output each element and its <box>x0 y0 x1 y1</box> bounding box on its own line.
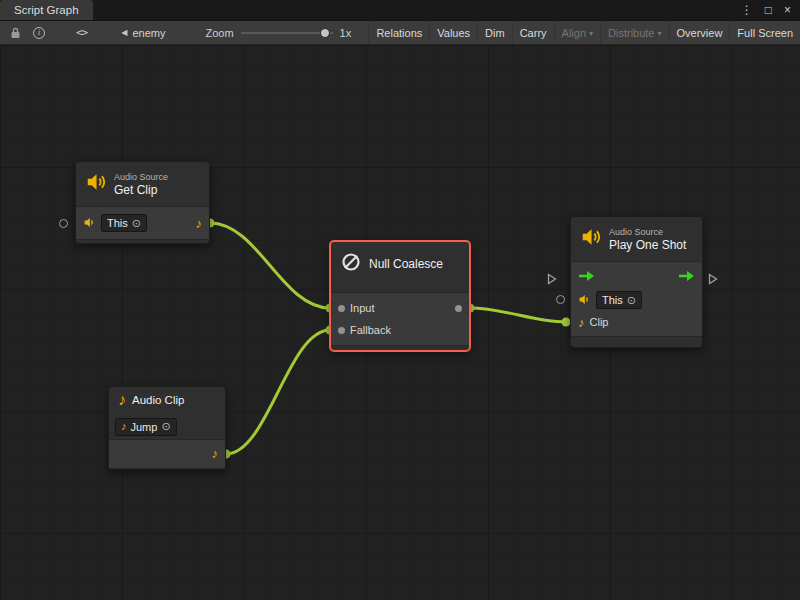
node-header: Audio Source Play One Shot <box>571 217 702 261</box>
distribute-button[interactable]: Distribute ▾ <box>600 21 668 44</box>
info-icon[interactable]: i <box>30 24 48 42</box>
result-output-port[interactable] <box>455 305 462 312</box>
node-title: Audio Clip <box>132 393 184 407</box>
audio-clip-output-icon[interactable]: ♪ <box>196 217 203 230</box>
graph-name: enemy <box>132 27 165 39</box>
graph-canvas[interactable]: Audio Source Get Clip This ⊙ <box>0 45 800 600</box>
object-picker-icon: ⊙ <box>161 421 170 432</box>
input-port[interactable] <box>338 305 345 312</box>
close-icon[interactable]: × <box>784 4 791 16</box>
object-picker-icon: ⊙ <box>627 295 636 306</box>
node-title: Null Coalesce <box>369 257 443 271</box>
audio-source-icon <box>580 226 602 252</box>
fallback-port-label: Fallback <box>350 324 391 336</box>
maximize-icon[interactable]: □ <box>765 4 772 16</box>
zoom-label: Zoom <box>205 27 233 39</box>
toolbar-buttons: Relations Values Dim Carry Align ▾ Distr… <box>368 21 800 44</box>
node-category: Audio Source <box>114 172 168 183</box>
audio-clip-icon: ♪ <box>118 392 126 408</box>
fullscreen-button[interactable]: Full Screen <box>729 21 800 44</box>
node-title: Play One Shot <box>609 238 686 252</box>
graph-toolbar: i <> ◀ enemy Zoom 1x Relations Values Di… <box>0 21 800 45</box>
zoom-value: 1x <box>340 27 352 39</box>
zoom-control: Zoom 1x <box>205 27 351 39</box>
node-category: Audio Source <box>609 227 686 238</box>
back-arrow-icon: ◀ <box>121 28 127 37</box>
target-input-port[interactable] <box>556 295 565 304</box>
target-input-port[interactable] <box>59 219 68 228</box>
node-title: Get Clip <box>114 183 168 197</box>
node-header: Audio Source Get Clip <box>76 162 209 206</box>
null-coalesce-icon <box>340 251 362 277</box>
flow-input-port[interactable] <box>547 271 557 289</box>
breadcrumb[interactable]: ◀ enemy <box>121 27 165 39</box>
values-button[interactable]: Values <box>429 21 477 44</box>
audio-clip-output-icon[interactable]: ♪ <box>212 447 219 460</box>
fallback-port[interactable] <box>338 327 345 334</box>
node-header: ♪ Audio Clip <box>109 387 225 413</box>
flow-output-port[interactable] <box>708 271 718 289</box>
tab-bar: Script Graph ⋮ □ × <box>0 0 800 21</box>
audio-source-icon <box>85 171 107 197</box>
flow-in-arrow-icon[interactable] <box>578 270 595 284</box>
overview-button[interactable]: Overview <box>669 21 730 44</box>
audio-clip-icon: ♪ <box>121 421 127 432</box>
input-port-label: Input <box>350 302 374 314</box>
more-menu-icon[interactable]: ⋮ <box>741 4 753 16</box>
carry-button[interactable]: Carry <box>512 21 554 44</box>
node-null-coalesce[interactable]: Null Coalesce Input Fallback <box>330 241 470 351</box>
wire-getclip-to-input[interactable] <box>210 223 330 308</box>
target-object-field[interactable]: This ⊙ <box>101 214 147 232</box>
node-audio-clip[interactable]: ♪ Audio Clip ♪ Jump ⊙ ♪ <box>108 386 226 470</box>
relations-button[interactable]: Relations <box>368 21 429 44</box>
zoom-slider-handle[interactable] <box>320 28 330 38</box>
caret-down-icon: ▾ <box>658 29 662 38</box>
audio-clip-object-field[interactable]: ♪ Jump ⊙ <box>115 418 177 436</box>
caret-down-icon: ▾ <box>589 29 593 38</box>
unity-script-graph-window: Script Graph ⋮ □ × i <> ◀ enemy Zoom <box>0 0 800 600</box>
lock-icon[interactable] <box>6 24 24 42</box>
zoom-slider-track <box>241 32 333 34</box>
code-view-icon[interactable]: <> <box>76 26 87 39</box>
dim-button[interactable]: Dim <box>477 21 512 44</box>
node-get-clip[interactable]: Audio Source Get Clip This ⊙ <box>75 161 210 244</box>
speaker-icon <box>83 216 96 231</box>
clip-port-label: Clip <box>590 316 609 328</box>
zoom-slider[interactable] <box>241 27 333 39</box>
tab-label: Script Graph <box>14 4 79 16</box>
object-picker-icon: ⊙ <box>132 218 141 229</box>
wire-nullcoalesce-to-clip[interactable] <box>470 308 566 322</box>
target-object-field[interactable]: This ⊙ <box>596 291 642 309</box>
wire-audioclip-to-fallback[interactable] <box>226 330 330 454</box>
speaker-icon <box>578 293 591 308</box>
node-play-one-shot[interactable]: Audio Source Play One Shot <box>570 216 703 348</box>
flow-out-arrow-icon[interactable] <box>678 270 695 284</box>
align-button[interactable]: Align ▾ <box>554 21 600 44</box>
audio-clip-input-icon[interactable]: ♪ <box>578 316 585 329</box>
node-header: Null Coalesce <box>331 242 469 286</box>
window-controls: ⋮ □ × <box>741 0 800 20</box>
tab-script-graph[interactable]: Script Graph <box>0 0 93 20</box>
